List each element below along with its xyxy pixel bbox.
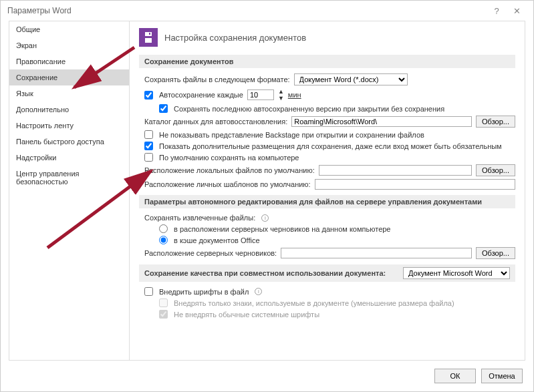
help-icon[interactable]: i (255, 288, 262, 295)
save-local-label: По умолчанию сохранять на компьютере (159, 154, 299, 162)
no-system-label: Не внедрять обычные системные шрифты (174, 311, 319, 319)
save-local-checkbox[interactable] (144, 153, 153, 162)
sidebar-item-ribbon[interactable]: Настроить ленту (9, 118, 129, 134)
local-files-input[interactable] (319, 165, 472, 176)
autosave-label: Автосохранение каждые (159, 91, 243, 99)
sidebar-item-trust[interactable]: Центр управления безопасностью (9, 166, 129, 190)
drafts-location-input[interactable] (281, 248, 472, 258)
local-files-label: Расположение локальных файлов по умолчан… (144, 166, 315, 174)
server-drafts-label: в расположении серверных черновиков на д… (174, 225, 390, 233)
sidebar: Общие Экран Правописание Сохранение Язык… (9, 21, 129, 361)
embed-used-checkbox (159, 299, 168, 307)
sidebar-item-display[interactable]: Экран (9, 37, 129, 53)
autosave-unit: мин (288, 91, 301, 99)
browse-drafts-button[interactable]: Обзор... (476, 247, 515, 259)
keep-last-label: Сохранять последнюю автосохраненную верс… (174, 105, 444, 113)
office-cache-radio[interactable] (159, 236, 168, 244)
spinner-icon[interactable]: ▲▼ (278, 88, 284, 102)
section-save-docs: Сохранение документов (139, 55, 515, 68)
keep-last-checkbox[interactable] (159, 104, 168, 113)
sidebar-item-save[interactable]: Сохранение (9, 69, 129, 85)
templates-input[interactable] (315, 179, 515, 190)
embed-fonts-label: Внедрить шрифты в файл (159, 288, 249, 296)
content-panel: Настройка сохранения документов Сохранен… (129, 21, 525, 361)
embed-used-label: Внедрять только знаки, используемые в до… (174, 299, 454, 307)
save-format-select[interactable]: Документ Word (*.docx) (294, 73, 408, 85)
no-backstage-label: Не показывать представление Backstage пр… (159, 131, 424, 139)
autorecover-label: Каталог данных для автовосстановления: (144, 118, 287, 126)
sidebar-item-qat[interactable]: Панель быстрого доступа (9, 134, 129, 150)
no-backstage-checkbox[interactable] (144, 130, 153, 139)
section-quality-label: Сохранение качества при совместном испол… (144, 269, 386, 277)
help-button[interactable]: ? (487, 6, 507, 16)
window-title: Параметры Word (7, 6, 72, 15)
templates-label: Расположение личных шаблонов по умолчани… (144, 180, 311, 188)
extra-locations-label: Показать дополнительные размещения для с… (159, 142, 502, 150)
help-icon[interactable]: i (261, 214, 269, 222)
titlebar: Параметры Word ? ✕ (1, 1, 533, 21)
no-system-checkbox (159, 310, 168, 319)
ok-button[interactable]: ОК (434, 369, 476, 383)
drafts-location-label: Расположение серверных черновиков: (144, 249, 277, 257)
office-cache-label: в кэше документов Office (174, 236, 260, 244)
svg-rect-3 (149, 33, 150, 35)
autosave-checkbox[interactable] (144, 91, 153, 100)
svg-rect-1 (145, 32, 152, 36)
section-quality: Сохранение качества при совместном испол… (139, 264, 515, 282)
sidebar-item-general[interactable]: Общие (9, 21, 129, 37)
page-heading: Настройка сохранения документов (164, 33, 306, 43)
svg-rect-2 (145, 38, 152, 43)
close-button[interactable]: ✕ (507, 6, 527, 16)
autorecover-path-input[interactable] (291, 116, 472, 127)
save-format-label: Сохранять файлы в следующем формате: (144, 75, 290, 83)
cancel-button[interactable]: Отмена (481, 369, 523, 383)
footer: ОК Отмена (1, 361, 533, 391)
save-extracted-label: Сохранять извлеченные файлы: (144, 214, 255, 222)
sidebar-item-language[interactable]: Язык (9, 85, 129, 102)
quality-doc-select[interactable]: Документ Microsoft Word (403, 267, 510, 279)
embed-fonts-checkbox[interactable] (144, 287, 153, 296)
sidebar-item-advanced[interactable]: Дополнительно (9, 102, 129, 118)
browse-local-button[interactable]: Обзор... (476, 164, 515, 176)
server-drafts-radio[interactable] (159, 224, 168, 233)
section-offline: Параметры автономного редактирования для… (139, 195, 515, 208)
sidebar-item-proofing[interactable]: Правописание (9, 53, 129, 69)
autosave-interval-input[interactable] (247, 89, 274, 100)
save-icon (139, 28, 158, 47)
sidebar-item-addins[interactable]: Надстройки (9, 150, 129, 166)
browse-autorecover-button[interactable]: Обзор... (476, 116, 515, 128)
extra-locations-checkbox[interactable] (144, 142, 153, 150)
